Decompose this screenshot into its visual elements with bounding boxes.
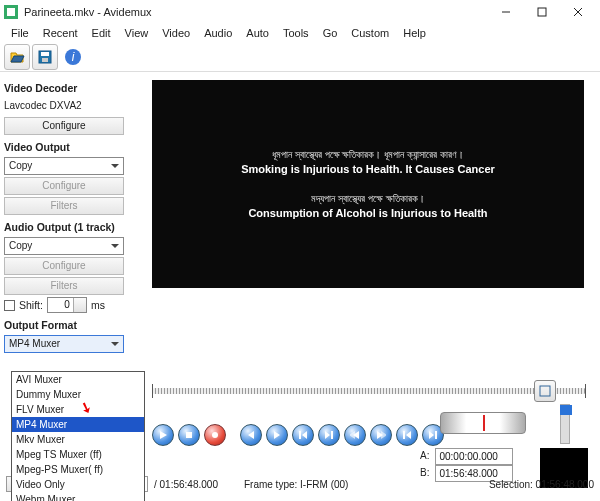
svg-rect-3: [538, 8, 546, 16]
svg-marker-11: [160, 431, 167, 439]
play-button[interactable]: [152, 424, 174, 446]
svg-marker-14: [248, 431, 254, 439]
record-button[interactable]: [204, 424, 226, 446]
minimize-button[interactable]: [488, 1, 524, 23]
marker-a-label: A:: [420, 448, 429, 465]
svg-marker-15: [274, 431, 280, 439]
svg-marker-25: [406, 431, 411, 439]
svg-rect-27: [435, 431, 437, 439]
svg-rect-8: [42, 58, 48, 62]
output-format-select[interactable]: MP4 Muxer: [4, 335, 124, 353]
dropdown-item-webm[interactable]: Webm Muxer: [12, 492, 144, 501]
shift-checkbox[interactable]: [4, 300, 15, 311]
svg-marker-26: [429, 431, 434, 439]
duration-label: / 01:56:48.000: [154, 479, 218, 490]
menu-help[interactable]: Help: [396, 25, 433, 41]
menu-audio[interactable]: Audio: [197, 25, 239, 41]
subtitle-line-2b: Consumption of Alcohol is Injurious to H…: [248, 207, 487, 219]
shift-unit: ms: [91, 299, 105, 311]
svg-text:i: i: [72, 50, 75, 64]
svg-rect-1: [7, 8, 15, 16]
menu-auto[interactable]: Auto: [239, 25, 276, 41]
maximize-button[interactable]: [524, 1, 560, 23]
menubar: File Recent Edit View Video Audio Auto T…: [0, 24, 600, 42]
dropdown-item-flv[interactable]: FLV Muxer: [12, 402, 144, 417]
stop-button[interactable]: [178, 424, 200, 446]
video-filters-button[interactable]: Filters: [4, 197, 124, 215]
info-button[interactable]: i: [60, 44, 86, 70]
svg-rect-12: [186, 432, 192, 438]
app-icon: [4, 5, 18, 19]
prev-black-button[interactable]: [344, 424, 366, 446]
audio-filters-button[interactable]: Filters: [4, 277, 124, 295]
decoder-info: Lavcodec DXVA2: [4, 98, 144, 115]
svg-rect-7: [41, 52, 49, 56]
subtitle-line-2a: মদ্যপান স্বাস্থ্যের পক্ষে ক্ষতিকারক।: [248, 193, 487, 205]
menu-video[interactable]: Video: [155, 25, 197, 41]
video-output-select[interactable]: Copy: [4, 157, 124, 175]
window-title: Parineeta.mkv - Avidemux: [24, 6, 488, 18]
svg-rect-28: [540, 386, 550, 396]
audio-output-select[interactable]: Copy: [4, 237, 124, 255]
fit-button[interactable]: [534, 380, 556, 402]
left-panel: Video Decoder Lavcodec DXVA2 Configure V…: [0, 72, 148, 357]
menu-view[interactable]: View: [118, 25, 156, 41]
video-output-configure-button[interactable]: Configure: [4, 177, 124, 195]
svg-marker-21: [350, 431, 355, 439]
volume-slider[interactable]: [560, 404, 570, 444]
titlebar: Parineeta.mkv - Avidemux: [0, 0, 600, 24]
jog-wheel[interactable]: [440, 412, 526, 434]
svg-rect-16: [299, 431, 301, 439]
video-decoder-label: Video Decoder: [4, 82, 144, 94]
next-frame-button[interactable]: [266, 424, 288, 446]
svg-marker-18: [325, 431, 330, 439]
dropdown-item-mpegts[interactable]: Mpeg TS Muxer (ff): [12, 447, 144, 462]
dropdown-item-mkv[interactable]: Mkv Muxer: [12, 432, 144, 447]
decoder-configure-button[interactable]: Configure: [4, 117, 124, 135]
close-button[interactable]: [560, 1, 596, 23]
svg-marker-23: [381, 431, 386, 439]
playback-controls: [152, 424, 444, 446]
selection-label: Selection: 01:56:48.000: [489, 479, 594, 490]
menu-go[interactable]: Go: [316, 25, 345, 41]
menu-edit[interactable]: Edit: [85, 25, 118, 41]
output-format-label: Output Format: [4, 319, 144, 331]
menu-tools[interactable]: Tools: [276, 25, 316, 41]
subtitle-line-1a: ধূমপান স্বাস্থ্যের পক্ষে ক্ষতিকারক। ধূমপ…: [241, 149, 495, 161]
toolbar: i: [0, 42, 600, 72]
shift-input[interactable]: 0: [47, 297, 87, 313]
menu-recent[interactable]: Recent: [36, 25, 85, 41]
next-keyframe-button[interactable]: [318, 424, 340, 446]
dropdown-item-mpegps[interactable]: Mpeg-PS Muxer( ff): [12, 462, 144, 477]
audio-output-configure-button[interactable]: Configure: [4, 257, 124, 275]
shift-label: Shift:: [19, 299, 43, 311]
dropdown-item-avi[interactable]: AVI Muxer: [12, 372, 144, 387]
video-preview: ধূমপান স্বাস্থ্যের পক্ষে ক্ষতিকারক। ধূমপ…: [152, 80, 584, 288]
dropdown-item-dummy[interactable]: Dummy Muxer: [12, 387, 144, 402]
svg-point-13: [212, 432, 218, 438]
svg-rect-24: [403, 431, 405, 439]
goto-start-button[interactable]: [396, 424, 418, 446]
separator: [230, 424, 236, 446]
save-button[interactable]: [32, 44, 58, 70]
svg-rect-19: [331, 431, 333, 439]
timeline[interactable]: [152, 388, 586, 402]
next-black-button[interactable]: [370, 424, 392, 446]
output-format-dropdown[interactable]: AVI Muxer Dummy Muxer FLV Muxer MP4 Muxe…: [11, 371, 145, 501]
audio-output-label: Audio Output (1 track): [4, 221, 144, 233]
subtitle-line-1b: Smoking is Injurious to Health. It Cause…: [241, 163, 495, 175]
svg-marker-17: [302, 431, 307, 439]
prev-keyframe-button[interactable]: [292, 424, 314, 446]
video-output-label: Video Output: [4, 141, 144, 153]
menu-custom[interactable]: Custom: [344, 25, 396, 41]
dropdown-item-mp4[interactable]: MP4 Muxer: [12, 417, 144, 432]
frame-type-label: Frame type: I-FRM (00): [244, 479, 348, 490]
dropdown-item-videoonly[interactable]: Video Only: [12, 477, 144, 492]
menu-file[interactable]: File: [4, 25, 36, 41]
prev-frame-button[interactable]: [240, 424, 262, 446]
marker-a-value[interactable]: 00:00:00.000: [435, 448, 513, 465]
open-button[interactable]: [4, 44, 30, 70]
